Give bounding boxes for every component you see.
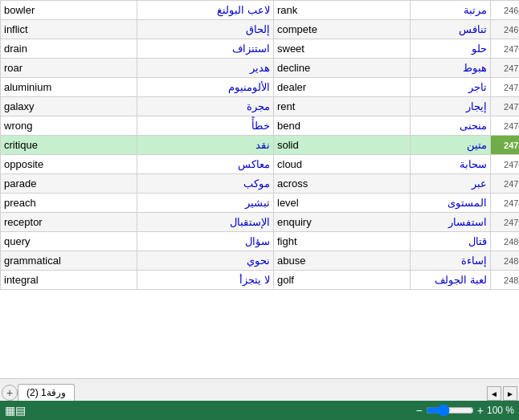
arabic-translation-2[interactable]: المستوى (411, 194, 491, 213)
english-word[interactable]: query (1, 232, 137, 251)
english-word[interactable]: galaxy (1, 97, 137, 116)
arabic-translation-2[interactable]: تاجر (411, 78, 491, 97)
nav-right-button[interactable]: ► (503, 386, 517, 401)
arabic-translation[interactable]: نقد (137, 136, 274, 155)
table-row[interactable]: galaxyمجرةrentإيجار2473 (1, 97, 520, 116)
arabic-translation[interactable]: نحوي (137, 251, 274, 271)
nav-left-button[interactable]: ◄ (487, 386, 501, 401)
bottom-bar: + ورقة1 (2) ◄ ► ▦ ▤ − + 100 % (0, 378, 519, 420)
arabic-translation-2[interactable]: سحابة (411, 155, 491, 174)
english-word-2[interactable]: fight (274, 232, 411, 251)
arabic-translation[interactable]: هدير (137, 59, 274, 78)
english-word-2[interactable]: compete (274, 20, 411, 39)
zoom-in-icon[interactable]: + (477, 404, 484, 417)
arabic-translation[interactable]: لاعب البولنغ (137, 1, 274, 20)
arabic-translation-2[interactable]: إيجار (411, 97, 491, 116)
zoom-out-icon[interactable]: − (416, 404, 423, 417)
english-word-2[interactable]: cloud (274, 155, 411, 174)
arabic-translation[interactable]: سؤال (137, 232, 274, 251)
english-word[interactable]: inflict (1, 20, 137, 39)
table-row[interactable]: drainاستنزافsweetحلو2470 (1, 39, 520, 59)
row-number: 2475 (491, 136, 520, 155)
table-row[interactable]: paradeموكبacrossعبر2477 (1, 174, 520, 194)
row-number: 2474 (491, 116, 520, 136)
arabic-translation-2[interactable]: هبوط (411, 59, 491, 78)
english-word[interactable]: opposite (1, 155, 137, 174)
english-word-2[interactable]: enquiry (274, 213, 411, 232)
arabic-translation-2[interactable]: إساءة (411, 251, 491, 271)
english-word[interactable]: bowler (1, 1, 137, 20)
table-row[interactable]: grammaticalنحويabuseإساءة2481 (1, 251, 520, 271)
table-row[interactable]: receptorالإستقبالenquiryاستفسار2479 (1, 213, 520, 232)
arabic-translation-2[interactable]: لعبة الجولف (411, 271, 491, 290)
table-row[interactable]: integralلا يتجزأgolfلعبة الجولف2482 (1, 271, 520, 290)
arabic-translation[interactable]: مجرة (137, 97, 274, 116)
row-number: 2478 (491, 194, 520, 213)
table-icon[interactable]: ▤ (15, 404, 26, 417)
sheet-tab[interactable]: ورقة1 (2) (18, 384, 75, 401)
english-word[interactable]: critique (1, 136, 137, 155)
english-word[interactable]: roar (1, 59, 137, 78)
table-row[interactable]: inflictإلحاقcompeteتنافس2469 (1, 20, 520, 39)
arabic-translation-2[interactable]: استفسار (411, 213, 491, 232)
arabic-translation[interactable]: الألومنيوم (137, 78, 274, 97)
arabic-translation-2[interactable]: متين (411, 136, 491, 155)
zoom-slider[interactable] (426, 404, 474, 417)
row-number: 2480 (491, 232, 520, 251)
english-word-2[interactable]: across (274, 174, 411, 194)
english-word[interactable]: integral (1, 271, 137, 290)
nav-arrows: ◄ ► (487, 386, 517, 401)
english-word[interactable]: preach (1, 194, 137, 213)
english-word-2[interactable]: abuse (274, 251, 411, 271)
english-word-2[interactable]: bend (274, 116, 411, 136)
arabic-translation-2[interactable]: حلو (411, 39, 491, 59)
scroll-area[interactable]: bowlerلاعب البولنغrankمرتبة2468inflictإل… (0, 0, 519, 378)
table-row[interactable]: preachتبشيرlevelالمستوى2478 (1, 194, 520, 213)
arabic-translation-2[interactable]: منحنى (411, 116, 491, 136)
row-number: 2476 (491, 155, 520, 174)
table-row[interactable]: oppositeمعاكسcloudسحابة2476 (1, 155, 520, 174)
english-word-2[interactable]: rent (274, 97, 411, 116)
english-word[interactable]: aluminium (1, 78, 137, 97)
row-number: 2473 (491, 97, 520, 116)
table-row[interactable]: critiqueنقدsolidمتين2475 (1, 136, 520, 155)
data-table: bowlerلاعب البولنغrankمرتبة2468inflictإل… (0, 0, 519, 290)
arabic-translation[interactable]: لا يتجزأ (137, 271, 274, 290)
english-word-2[interactable]: dealer (274, 78, 411, 97)
english-word-2[interactable]: solid (274, 136, 411, 155)
english-word-2[interactable]: sweet (274, 39, 411, 59)
arabic-translation[interactable]: استنزاف (137, 39, 274, 59)
arabic-translation[interactable]: الإستقبال (137, 213, 274, 232)
row-number: 2468 (491, 1, 520, 20)
row-number: 2471 (491, 59, 520, 78)
arabic-translation[interactable]: إلحاق (137, 20, 274, 39)
english-word-2[interactable]: decline (274, 59, 411, 78)
row-number: 2477 (491, 174, 520, 194)
table-row[interactable]: queryسؤالfightقتال2480 (1, 232, 520, 251)
add-sheet-button[interactable]: + (2, 385, 18, 401)
arabic-translation-2[interactable]: مرتبة (411, 1, 491, 20)
grid-icon[interactable]: ▦ (5, 404, 15, 417)
arabic-translation-2[interactable]: عبر (411, 174, 491, 194)
row-number: 2482 (491, 271, 520, 290)
arabic-translation-2[interactable]: تنافس (411, 20, 491, 39)
table-row[interactable]: aluminiumالألومنيومdealerتاجر2472 (1, 78, 520, 97)
english-word[interactable]: receptor (1, 213, 137, 232)
table-row[interactable]: roarهديرdeclineهبوط2471 (1, 59, 520, 78)
arabic-translation[interactable]: معاكس (137, 155, 274, 174)
english-word-2[interactable]: golf (274, 271, 411, 290)
status-bar: ▦ ▤ − + 100 % (0, 401, 519, 420)
arabic-translation[interactable]: موكب (137, 174, 274, 194)
english-word[interactable]: drain (1, 39, 137, 59)
row-number: 2470 (491, 39, 520, 59)
arabic-translation-2[interactable]: قتال (411, 232, 491, 251)
arabic-translation[interactable]: تبشير (137, 194, 274, 213)
arabic-translation[interactable]: خطأً (137, 116, 274, 136)
table-row[interactable]: wrongخطأًbendمنحنى2474 (1, 116, 520, 136)
table-row[interactable]: bowlerلاعب البولنغrankمرتبة2468 (1, 1, 520, 20)
english-word-2[interactable]: level (274, 194, 411, 213)
english-word[interactable]: grammatical (1, 251, 137, 271)
english-word-2[interactable]: rank (274, 1, 411, 20)
english-word[interactable]: wrong (1, 116, 137, 136)
english-word[interactable]: parade (1, 174, 137, 194)
